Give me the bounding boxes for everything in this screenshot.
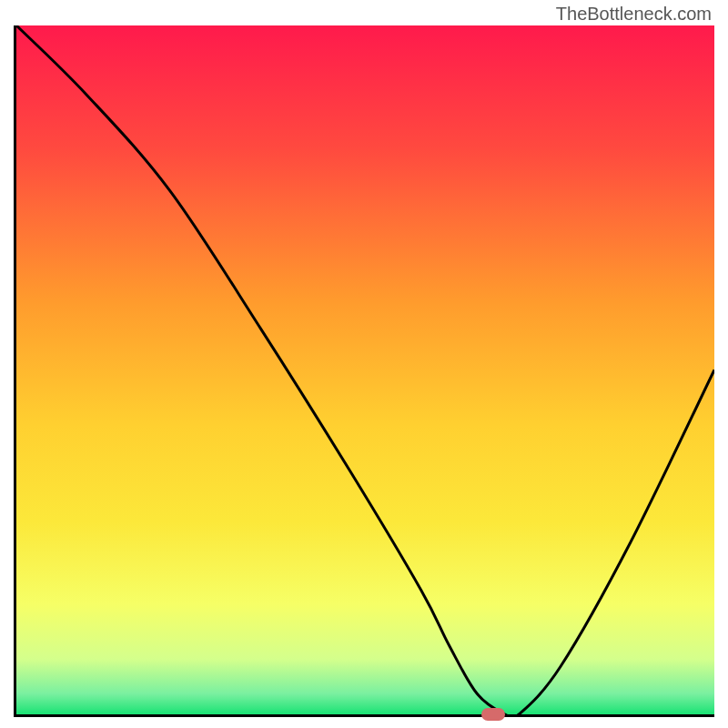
watermark-text: TheBottleneck.com (556, 4, 712, 25)
chart-area (14, 25, 714, 717)
chart-marker (481, 708, 505, 721)
chart-curve (16, 25, 714, 714)
